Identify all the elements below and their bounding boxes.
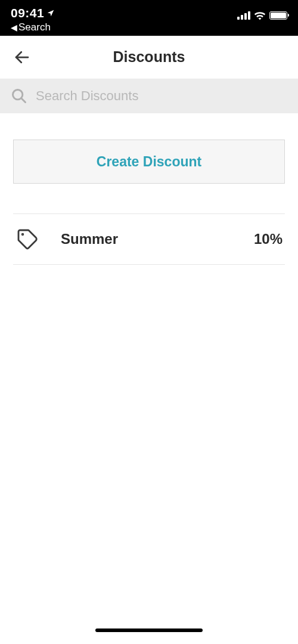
tag-icon (15, 227, 39, 251)
search-bar[interactable] (0, 79, 298, 113)
status-back-to-app[interactable]: ◀ Search (11, 21, 55, 33)
status-time-row: 09:41 (11, 6, 55, 20)
discount-name: Summer (61, 231, 232, 247)
home-indicator[interactable] (95, 628, 203, 632)
svg-point-3 (22, 234, 23, 235)
cellular-signal-icon (237, 11, 250, 20)
location-arrow-icon (46, 9, 55, 17)
status-bar: 09:41 ◀ Search (0, 0, 298, 36)
content-area: Create Discount Summer 10% (0, 113, 298, 265)
back-button[interactable] (11, 46, 33, 69)
chevron-left-icon: ◀ (11, 23, 17, 32)
create-discount-button[interactable]: Create Discount (13, 140, 285, 184)
status-time: 09:41 (11, 6, 44, 20)
page-title: Discounts (0, 48, 298, 66)
wifi-icon (254, 11, 266, 20)
search-input[interactable] (36, 88, 287, 104)
status-back-label: Search (18, 21, 51, 33)
svg-line-2 (21, 98, 26, 103)
search-icon (11, 88, 27, 104)
battery-icon (269, 11, 287, 20)
header: Discounts (0, 36, 298, 79)
arrow-left-icon (13, 48, 31, 66)
discount-row[interactable]: Summer 10% (13, 213, 285, 265)
discount-list: Summer 10% (13, 213, 285, 265)
status-right (237, 6, 287, 20)
status-left: 09:41 ◀ Search (11, 6, 55, 33)
discount-value: 10% (254, 231, 283, 247)
